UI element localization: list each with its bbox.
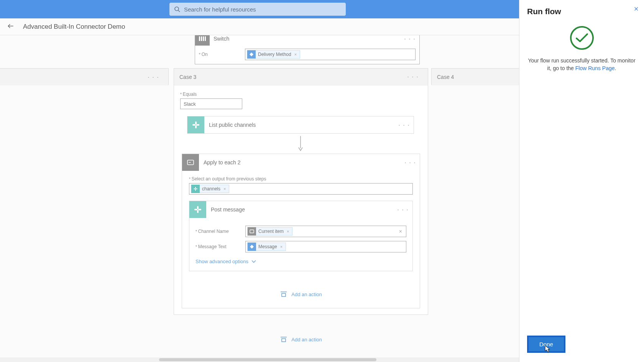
- message-text-field[interactable]: Message ×: [245, 241, 406, 252]
- add-action-inner[interactable]: Add an action: [189, 291, 413, 297]
- svg-rect-16: [192, 124, 196, 126]
- switch-menu[interactable]: · · ·: [400, 35, 419, 43]
- switch-card[interactable]: Switch · · · On Delivery Method ×: [195, 35, 420, 64]
- list-channels-menu[interactable]: · · ·: [394, 121, 414, 129]
- search-icon: [174, 6, 180, 12]
- add-action-icon: [280, 336, 288, 342]
- equals-label: Equals: [180, 92, 422, 97]
- slack-icon: [187, 116, 204, 133]
- svg-rect-15: [195, 125, 197, 128]
- post-message-title: Post message: [206, 206, 393, 213]
- apply-to-each-card[interactable]: Apply to each 2 · · · Select an output f…: [182, 154, 420, 308]
- clear-field[interactable]: ×: [397, 228, 404, 234]
- post-message-menu[interactable]: · · ·: [393, 206, 412, 214]
- token-message[interactable]: Message ×: [247, 242, 286, 251]
- message-text-label: Message Text: [196, 244, 242, 249]
- select-output-field[interactable]: channels ×: [189, 183, 413, 195]
- add-action-icon: [280, 291, 288, 297]
- svg-rect-30: [282, 293, 286, 296]
- svg-rect-10: [199, 36, 200, 41]
- connector-arrow: [187, 136, 414, 151]
- apply-each-menu[interactable]: · · ·: [401, 159, 420, 167]
- flow-runs-page-link[interactable]: Flow Runs Page: [575, 65, 615, 71]
- svg-rect-24: [197, 206, 199, 209]
- svg-rect-22: [194, 188, 195, 189]
- svg-rect-13: [205, 36, 206, 41]
- chevron-down-icon: [251, 260, 256, 263]
- switch-icon: [195, 35, 210, 46]
- svg-point-0: [175, 7, 179, 11]
- token-remove[interactable]: ×: [279, 244, 283, 249]
- loop-icon: [182, 154, 199, 171]
- channel-name-label: Channel Name: [196, 229, 242, 234]
- token-remove[interactable]: ×: [294, 52, 297, 57]
- loop-token-icon: [248, 227, 256, 236]
- add-action-outer[interactable]: Add an action: [174, 336, 428, 342]
- arrow-left-icon: [7, 22, 15, 30]
- horizontal-scrollbar[interactable]: [0, 357, 519, 362]
- list-channels-title: List public channels: [204, 122, 394, 128]
- post-message-card[interactable]: Post message · · · Channel Name: [189, 201, 413, 271]
- back-button[interactable]: [7, 22, 15, 31]
- token-remove[interactable]: ×: [223, 187, 227, 191]
- slack-token-icon: [191, 185, 200, 193]
- svg-rect-27: [198, 209, 201, 210]
- run-flow-title: Run flow: [527, 7, 636, 16]
- svg-rect-20: [195, 187, 196, 188]
- channel-name-field[interactable]: Current item × ×: [245, 226, 406, 237]
- dynamic-content-icon: [247, 50, 256, 59]
- mouse-cursor-icon: [545, 345, 551, 353]
- svg-rect-17: [196, 124, 199, 126]
- case-3-title: Case 3: [179, 74, 403, 80]
- case-3[interactable]: Case 3 · · · Equals List public channels…: [174, 68, 428, 315]
- case-menu[interactable]: · · ·: [144, 73, 163, 81]
- dynamic-content-icon: [248, 242, 256, 251]
- svg-rect-32: [282, 339, 286, 342]
- run-flow-panel: Run flow ✕ Your flow run successfully st…: [519, 0, 644, 362]
- apply-each-title: Apply to each 2: [199, 159, 401, 165]
- svg-line-1: [178, 10, 180, 12]
- token-remove[interactable]: ×: [286, 229, 290, 234]
- close-panel-button[interactable]: ✕: [634, 5, 639, 13]
- switch-on-field[interactable]: Delivery Method ×: [245, 49, 416, 60]
- show-advanced-options[interactable]: Show advanced options: [196, 259, 256, 264]
- run-flow-message: Your flow run successfully started. To m…: [527, 57, 636, 72]
- svg-rect-28: [250, 230, 254, 233]
- token-channels[interactable]: channels ×: [191, 185, 229, 193]
- svg-rect-11: [201, 36, 202, 41]
- page-title: Advanced Built-In Connector Demo: [23, 23, 125, 31]
- done-button[interactable]: Done: [527, 336, 565, 353]
- token-current-item[interactable]: Current item ×: [247, 227, 292, 236]
- token-delivery-method[interactable]: Delivery Method ×: [247, 50, 300, 59]
- search-box[interactable]: [169, 3, 346, 16]
- svg-rect-14: [195, 121, 197, 124]
- switch-on-label: On: [199, 52, 240, 57]
- list-channels-card[interactable]: List public channels · · ·: [187, 116, 414, 134]
- case-3-menu[interactable]: · · ·: [403, 73, 422, 81]
- switch-title: Switch: [210, 36, 400, 42]
- svg-rect-21: [195, 189, 196, 191]
- case-previous[interactable]: · · ·: [0, 68, 169, 85]
- slack-icon: [189, 201, 206, 218]
- svg-rect-23: [196, 188, 197, 189]
- svg-rect-25: [197, 210, 199, 213]
- equals-input[interactable]: [180, 98, 242, 109]
- svg-rect-26: [194, 209, 197, 210]
- success-check-icon: [570, 26, 594, 50]
- svg-rect-12: [203, 36, 204, 41]
- select-output-label: Select an output from previous steps: [189, 176, 413, 182]
- search-input[interactable]: [184, 6, 341, 13]
